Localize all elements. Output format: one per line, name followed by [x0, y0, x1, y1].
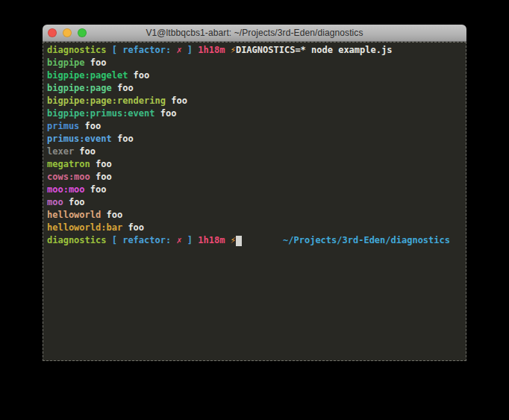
terminal-line: helloworld foo [47, 209, 462, 222]
terminal-line: lexer foo [47, 145, 462, 158]
debug-message: foo [74, 146, 96, 157]
debug-namespace: primus [47, 121, 79, 131]
terminal-line: cows:moo foo [47, 171, 462, 184]
prompt-elapsed: 1h18m [198, 45, 230, 55]
terminal-line: bigpipe:pagelet foo [47, 69, 462, 82]
terminal-cursor [236, 236, 242, 246]
line-text: primus:event foo [47, 133, 134, 145]
line-text: bigpipe:primus:event foo [47, 107, 176, 120]
debug-message: foo [101, 210, 122, 220]
prompt-bolt: ⚡ [231, 45, 236, 55]
right-prompt-path: ~/Projects/3rd-Eden/diagnostics [283, 234, 450, 247]
prompt-bracket: ] [187, 45, 198, 55]
debug-message: foo [155, 108, 177, 119]
terminal-line: bigpipe:primus:event foo [47, 107, 462, 120]
line-text: diagnostics [ refactor: ✗ ] 1h18m ⚡DIAGN… [47, 44, 392, 57]
terminal-line: diagnostics [ refactor: ✗ ] 1h18m ⚡~/Pro… [47, 234, 462, 247]
debug-namespace: helloworld:bar [47, 222, 122, 233]
debug-message: foo [63, 197, 85, 207]
debug-namespace: helloworld [47, 210, 101, 220]
debug-namespace: bigpipe:pagelet [47, 70, 128, 81]
line-text: helloworld:bar foo [47, 222, 144, 234]
desktop-background: V1@ltbbqcbs1-abart: ~/Projects/3rd-Eden/… [0, 0, 509, 420]
debug-message: foo [112, 83, 134, 93]
terminal-line: bigpipe:page:rendering foo [47, 95, 462, 107]
debug-namespace: bigpipe:page:rendering [47, 95, 166, 106]
debug-message: foo [85, 57, 107, 68]
debug-namespace: bigpipe:primus:event [47, 108, 155, 119]
debug-message: foo [112, 134, 134, 144]
terminal-line: moo foo [47, 196, 462, 209]
prompt-branch: diagnostics [47, 45, 112, 55]
line-text: moo foo [47, 196, 85, 209]
debug-namespace: lexer [47, 146, 74, 157]
prompt-dirty-mark: ✗ [176, 235, 187, 245]
line-text: primus foo [47, 120, 101, 133]
terminal-line: moo:moo foo [47, 184, 462, 196]
prompt-elapsed: 1h18m [198, 235, 230, 245]
terminal-line: bigpipe foo [47, 57, 462, 69]
debug-namespace: primus:event [47, 134, 112, 144]
terminal-line: helloworld:bar foo [47, 222, 462, 234]
line-text: helloworld foo [47, 209, 122, 222]
debug-message: foo [90, 172, 112, 182]
debug-message: foo [122, 222, 144, 233]
terminal-window: V1@ltbbqcbs1-abart: ~/Projects/3rd-Eden/… [43, 25, 466, 361]
line-text: bigpipe:page:rendering foo [47, 95, 187, 107]
line-text: cows:moo foo [47, 171, 112, 184]
terminal-line: megatron foo [47, 158, 462, 171]
line-text: bigpipe foo [47, 57, 106, 69]
prompt-dirty-mark: ✗ [176, 45, 187, 55]
terminal-line: diagnostics [ refactor: ✗ ] 1h18m ⚡DIAGN… [47, 44, 462, 57]
debug-namespace: bigpipe:page [47, 83, 112, 93]
debug-namespace: moo:moo [47, 184, 85, 195]
line-text: bigpipe:pagelet foo [47, 69, 149, 82]
line-text: moo:moo foo [47, 184, 106, 196]
debug-namespace: megatron [47, 159, 90, 169]
terminal-line: bigpipe:page foo [47, 82, 462, 95]
prompt-bracket: [ refactor: [112, 235, 177, 245]
debug-namespace: bigpipe [47, 57, 85, 68]
debug-message: foo [128, 70, 149, 81]
debug-namespace: cows:moo [47, 172, 90, 182]
line-text: megatron foo [47, 158, 112, 171]
terminal-output[interactable]: diagnostics [ refactor: ✗ ] 1h18m ⚡DIAGN… [43, 42, 466, 361]
prompt-bracket: [ refactor: [112, 45, 177, 55]
command-text: DIAGNOSTICS=* node example.js [236, 45, 393, 55]
prompt-bolt: ⚡ [231, 235, 236, 245]
prompt-branch: diagnostics [47, 235, 112, 245]
debug-message: foo [166, 95, 187, 106]
line-text: diagnostics [ refactor: ✗ ] 1h18m ⚡ [47, 234, 236, 247]
terminal-line: primus foo [47, 120, 462, 133]
debug-message: foo [79, 121, 101, 131]
debug-message: foo [90, 159, 112, 169]
title-bar[interactable]: V1@ltbbqcbs1-abart: ~/Projects/3rd-Eden/… [43, 25, 466, 42]
window-title: V1@ltbbqcbs1-abart: ~/Projects/3rd-Eden/… [43, 28, 466, 38]
line-text: bigpipe:page foo [47, 82, 134, 95]
debug-message: foo [85, 184, 107, 195]
prompt-bracket: ] [187, 235, 198, 245]
line-text: lexer foo [47, 145, 96, 158]
debug-namespace: moo [47, 197, 63, 207]
terminal-line: primus:event foo [47, 133, 462, 145]
